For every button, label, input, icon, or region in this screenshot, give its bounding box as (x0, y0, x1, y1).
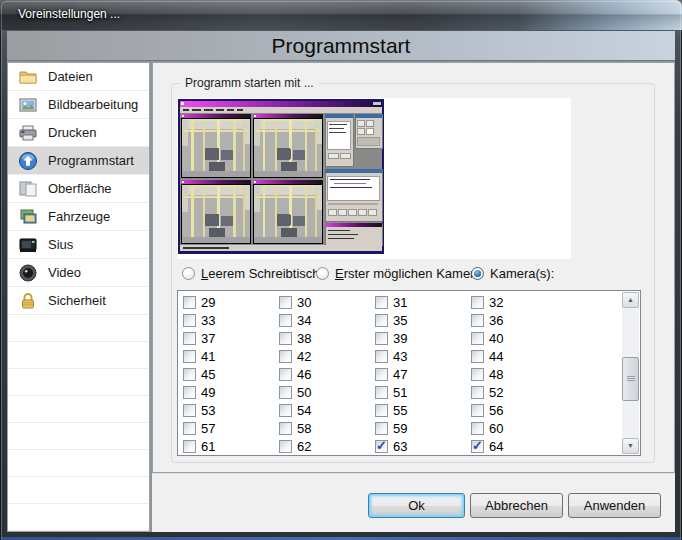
camera-checkbox-30[interactable]: 30 (279, 293, 375, 311)
camera-checkbox-53[interactable]: 53 (183, 401, 279, 419)
camera-checkbox-50[interactable]: 50 (279, 383, 375, 401)
camera-number: 47 (393, 367, 407, 382)
camera-checkbox-48[interactable]: 48 (471, 365, 567, 383)
camera-checkbox-43[interactable]: 43 (375, 347, 471, 365)
camera-checkbox-56[interactable]: 56 (471, 401, 567, 419)
sidebar-item-oberflaeche[interactable]: Oberfläche (8, 175, 149, 203)
camera-checkbox-38[interactable]: 38 (279, 329, 375, 347)
camera-checkbox-46[interactable]: 46 (279, 365, 375, 383)
checkbox-icon (279, 368, 292, 381)
camera-checkbox-54[interactable]: 54 (279, 401, 375, 419)
camera-checkbox-37[interactable]: 37 (183, 329, 279, 347)
camera-checkbox-42[interactable]: 42 (279, 347, 375, 365)
checkbox-icon (471, 314, 484, 327)
cancel-button[interactable]: Abbrechen (470, 493, 563, 518)
page-header: Programmstart (7, 31, 675, 61)
camera-checkbox-47[interactable]: 47 (375, 365, 471, 383)
sidebar-item-label: Video (48, 265, 81, 280)
camera-checkbox-29[interactable]: 29 (183, 293, 279, 311)
scroll-down-button[interactable]: ▼ (622, 438, 639, 454)
sidebar-item-sicherheit[interactable]: Sicherheit (8, 287, 149, 315)
printer-icon (17, 123, 39, 143)
radio-first-camera[interactable]: Erster möglichen Kamera (316, 265, 482, 281)
radio-icon (471, 267, 484, 280)
camera-list-scrollbar[interactable]: ▲ ▼ (622, 292, 639, 454)
camera-checkbox-63[interactable]: 63 (375, 437, 471, 455)
checkbox-icon (279, 314, 292, 327)
checkbox-icon (183, 386, 196, 399)
checkbox-icon (279, 440, 292, 453)
checkbox-icon (279, 404, 292, 417)
camera-checkbox-41[interactable]: 41 (183, 347, 279, 365)
sidebar-empty-rows (8, 315, 149, 532)
camera-number: 31 (393, 295, 407, 310)
camera-checkbox-49[interactable]: 49 (183, 383, 279, 401)
checkbox-icon (375, 440, 388, 453)
camera-number: 38 (297, 331, 311, 346)
settings-category-list: Dateien Bildbearbeitung Drucken Programm… (7, 62, 150, 532)
camera-number: 55 (393, 403, 407, 418)
sidebar-item-label: Drucken (48, 125, 96, 140)
sidebar-item-label: Programmstart (48, 153, 134, 168)
checkbox-icon (471, 368, 484, 381)
camera-checkbox-45[interactable]: 45 (183, 365, 279, 383)
sidebar-item-label: Oberfläche (48, 181, 112, 196)
camera-number: 62 (297, 439, 311, 454)
title-bar[interactable]: Voreinstellungen ... (0, 0, 682, 30)
camera-checkbox-32[interactable]: 32 (471, 293, 567, 311)
camera-number: 50 (297, 385, 311, 400)
camera-checkbox-36[interactable]: 36 (471, 311, 567, 329)
camera-checkbox-31[interactable]: 31 (375, 293, 471, 311)
sidebar-item-label: Fahrzeuge (48, 209, 110, 224)
camera-checkbox-58[interactable]: 58 (279, 419, 375, 437)
camera-checkbox-44[interactable]: 44 (471, 347, 567, 365)
sidebar-item-sius[interactable]: Sius (8, 231, 149, 259)
sidebar-item-programmstart[interactable]: Programmstart (8, 147, 149, 175)
ok-button[interactable]: Ok (368, 493, 465, 518)
camera-number: 57 (201, 421, 215, 436)
camera-number: 36 (489, 313, 503, 328)
camera-checkbox-62[interactable]: 62 (279, 437, 375, 455)
sidebar-item-drucken[interactable]: Drucken (8, 119, 149, 147)
radio-label: Leerem Schreibtisch (201, 266, 320, 281)
camera-number: 39 (393, 331, 407, 346)
checkbox-icon (279, 296, 292, 309)
camera-list: 2930313233343536373839404142434445464748… (177, 290, 641, 456)
camera-checkbox-34[interactable]: 34 (279, 311, 375, 329)
camera-checkbox-60[interactable]: 60 (471, 419, 567, 437)
camera-number: 41 (201, 349, 215, 364)
checkbox-icon (279, 332, 292, 345)
camera-checkbox-59[interactable]: 59 (375, 419, 471, 437)
arrow-down-icon: ▼ (627, 442, 634, 449)
camera-checkbox-51[interactable]: 51 (375, 383, 471, 401)
camera-checkbox-40[interactable]: 40 (471, 329, 567, 347)
image-icon (17, 95, 39, 115)
camera-checkbox-57[interactable]: 57 (183, 419, 279, 437)
apply-button[interactable]: Anwenden (568, 493, 661, 518)
sidebar-item-bildbearbeitung[interactable]: Bildbearbeitung (8, 91, 149, 119)
scroll-up-button[interactable]: ▲ (622, 292, 639, 308)
camera-checkbox-35[interactable]: 35 (375, 311, 471, 329)
checkbox-icon (375, 296, 388, 309)
radio-empty-desktop[interactable]: Leerem Schreibtisch (182, 265, 320, 281)
camera-checkbox-64[interactable]: 64 (471, 437, 567, 455)
camera-number: 60 (489, 421, 503, 436)
checkbox-icon (183, 296, 196, 309)
sidebar-item-fahrzeuge[interactable]: Fahrzeuge (8, 203, 149, 231)
checkbox-icon (375, 350, 388, 363)
sidebar-item-video[interactable]: Video (8, 259, 149, 287)
camera-number: 33 (201, 313, 215, 328)
camera-checkbox-55[interactable]: 55 (375, 401, 471, 419)
radio-label: Erster möglichen Kamera (335, 266, 482, 281)
checkbox-icon (183, 440, 196, 453)
sidebar-item-dateien[interactable]: Dateien (8, 63, 149, 91)
camera-checkbox-61[interactable]: 61 (183, 437, 279, 455)
checkbox-icon (279, 386, 292, 399)
camera-checkbox-52[interactable]: 52 (471, 383, 567, 401)
camera-checkbox-39[interactable]: 39 (375, 329, 471, 347)
checkbox-icon (183, 368, 196, 381)
camera-checkbox-33[interactable]: 33 (183, 311, 279, 329)
checkbox-icon (279, 422, 292, 435)
scrollbar-thumb[interactable] (622, 357, 639, 401)
radio-cameras[interactable]: Kamera(s): (471, 265, 554, 281)
